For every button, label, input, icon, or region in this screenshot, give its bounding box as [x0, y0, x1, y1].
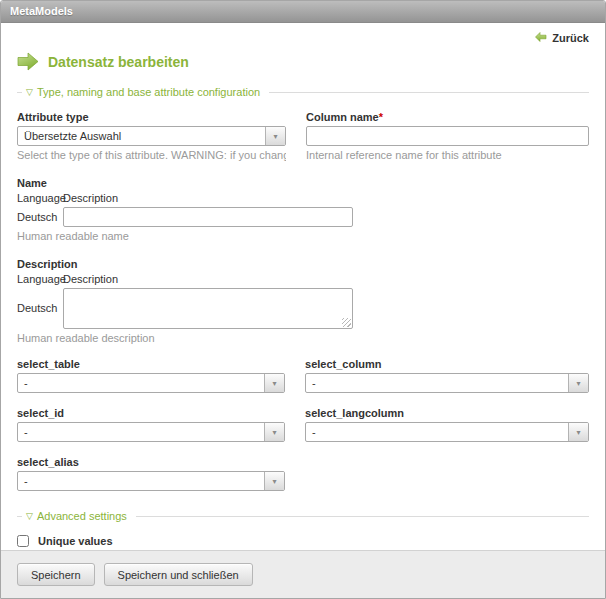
attribute-type-help: Select the type of this attribute. WARNI… [17, 149, 286, 161]
select-langcolumn-value: - [306, 423, 568, 441]
language-column-header: Language [17, 192, 63, 204]
description-textarea-wrap [63, 288, 353, 329]
description-textarea[interactable] [63, 288, 353, 329]
language-value: Deutsch [17, 288, 63, 314]
select-id-select[interactable]: - ▾ [17, 422, 285, 442]
select-alias-field: select_alias - ▾ [17, 456, 285, 491]
dropdown-button[interactable]: ▾ [264, 374, 284, 392]
column-name-help: Internal reference name for this attribu… [306, 149, 589, 161]
attribute-type-value: Übersetzte Auswahl [18, 127, 265, 145]
select-table-column-row: select_table - ▾ select_column - ▾ [17, 358, 589, 393]
section-base-legend-label: Type, naming and base attribute configur… [37, 86, 260, 98]
window-title: MetaModels [1, 1, 605, 23]
section-advanced-legend-label: Advanced settings [37, 510, 127, 522]
chevron-down-icon: ▾ [273, 379, 277, 388]
attribute-type-field: Attribute type Übersetzte Auswahl ▾ Sele… [17, 111, 286, 161]
dropdown-button[interactable]: ▾ [265, 127, 285, 145]
description-column-header: Description [63, 273, 118, 285]
name-label: Name [17, 177, 589, 189]
attribute-type-label: Attribute type [17, 111, 286, 123]
select-alias-select[interactable]: - ▾ [17, 471, 285, 491]
dropdown-button[interactable]: ▾ [568, 374, 588, 392]
select-id-label: select_id [17, 407, 285, 419]
description-table-row: Deutsch [17, 288, 589, 329]
page-title: Datensatz bearbeiten [48, 54, 189, 70]
legend-divider [269, 92, 589, 93]
page-title-row: Datensatz bearbeiten [17, 51, 589, 73]
edit-arrow-icon [17, 52, 39, 73]
name-table-header: Language Description [17, 192, 589, 204]
name-field: Name Language Description Deutsch Human … [17, 177, 589, 242]
metamodels-window: MetaModels Zurück [0, 0, 606, 599]
select-id-field: select_id - ▾ [17, 407, 285, 442]
select-table-label: select_table [17, 358, 285, 370]
column-name-field: Column name* Internal reference name for… [306, 111, 589, 161]
select-table-select[interactable]: - ▾ [17, 373, 285, 393]
unique-values-row: Unique values [17, 535, 589, 547]
back-arrow-icon [535, 32, 547, 44]
description-field: Description Language Description Deutsch… [17, 258, 589, 344]
description-column-header: Description [63, 192, 118, 204]
description-help: Human readable description [17, 332, 589, 344]
chevron-down-icon: ▾ [273, 477, 277, 486]
unique-values-label: Unique values [38, 535, 113, 547]
section-advanced-legend[interactable]: ▽ Advanced settings [17, 510, 589, 522]
back-row: Zurück [17, 32, 589, 48]
save-and-close-button[interactable]: Speichern und schließen [104, 563, 253, 586]
select-langcolumn-field: select_langcolumn - ▾ [305, 407, 589, 442]
description-table-header: Language Description [17, 273, 589, 285]
name-help: Human readable name [17, 230, 589, 242]
language-value: Deutsch [17, 207, 63, 223]
dropdown-button[interactable]: ▾ [568, 423, 588, 441]
attribute-type-column-name-row: Attribute type Übersetzte Auswahl ▾ Sele… [17, 111, 589, 161]
select-id-langcolumn-row: select_id - ▾ select_langcolumn - ▾ [17, 407, 589, 442]
column-name-input[interactable] [306, 126, 589, 146]
legend-divider [17, 516, 22, 517]
chevron-down-icon: ▾ [576, 379, 580, 388]
dropdown-button[interactable]: ▾ [264, 423, 284, 441]
section-base-legend[interactable]: ▽ Type, naming and base attribute config… [17, 86, 589, 98]
save-button[interactable]: Speichern [17, 563, 95, 586]
chevron-down-icon: ▾ [273, 428, 277, 437]
form-footer: Speichern Speichern und schließen [1, 550, 605, 598]
chevron-down-icon: ▾ [273, 132, 277, 141]
select-alias-label: select_alias [17, 456, 285, 468]
select-alias-row: select_alias - ▾ [17, 456, 589, 491]
name-input[interactable] [63, 207, 353, 227]
back-link[interactable]: Zurück [535, 32, 589, 44]
edit-form: Zurück Datensatz bearbeiten ▽ Type, nami [1, 23, 605, 562]
name-table-row: Deutsch [17, 207, 589, 227]
select-id-value: - [18, 423, 264, 441]
select-column-field: select_column - ▾ [305, 358, 589, 393]
select-column-select[interactable]: - ▾ [305, 373, 589, 393]
legend-divider [136, 516, 589, 517]
language-column-header: Language [17, 273, 63, 285]
collapse-triangle-icon: ▽ [26, 87, 33, 97]
chevron-down-icon: ▾ [576, 428, 580, 437]
legend-divider [17, 92, 22, 93]
unique-values-checkbox[interactable] [17, 535, 29, 547]
attribute-type-select[interactable]: Übersetzte Auswahl ▾ [17, 126, 286, 146]
required-marker: * [379, 111, 383, 123]
select-column-value: - [306, 374, 568, 392]
back-link-label: Zurück [552, 32, 589, 44]
column-name-label: Column name* [306, 111, 589, 123]
empty-cell [305, 456, 589, 491]
select-langcolumn-select[interactable]: - ▾ [305, 422, 589, 442]
dropdown-button[interactable]: ▾ [264, 472, 284, 490]
column-name-label-text: Column name [306, 111, 379, 123]
select-langcolumn-label: select_langcolumn [305, 407, 589, 419]
select-alias-value: - [18, 472, 264, 490]
description-label: Description [17, 258, 589, 270]
select-table-value: - [18, 374, 264, 392]
select-table-field: select_table - ▾ [17, 358, 285, 393]
collapse-triangle-icon: ▽ [26, 511, 33, 521]
select-column-label: select_column [305, 358, 589, 370]
